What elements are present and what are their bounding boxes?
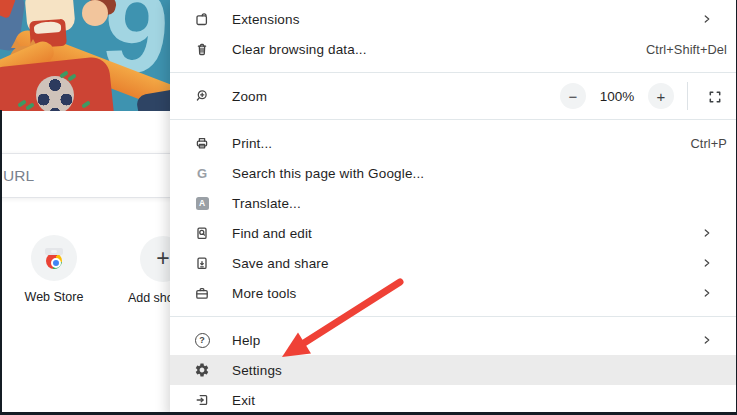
gear-icon bbox=[194, 362, 210, 378]
chevron-right-icon bbox=[699, 11, 715, 27]
fullscreen-button[interactable] bbox=[701, 83, 727, 109]
menu-item-label: Translate... bbox=[232, 196, 301, 211]
browser-screenshot: 9 URL Web Sto bbox=[0, 0, 737, 415]
menu-item-zoom: Zoom − 100% + bbox=[170, 81, 737, 111]
keyboard-shortcut: Ctrl+Shift+Del bbox=[646, 42, 727, 57]
briefcase-icon bbox=[194, 285, 210, 301]
menu-item-search-page-with-google[interactable]: G Search this page with Google... bbox=[170, 158, 737, 188]
printer-icon bbox=[194, 135, 210, 151]
menu-separator bbox=[170, 72, 737, 73]
google-doodle-image[interactable]: 9 bbox=[0, 0, 170, 111]
keyboard-shortcut: Ctrl+P bbox=[690, 136, 727, 151]
menu-separator bbox=[170, 119, 737, 120]
doodle-shape bbox=[82, 0, 108, 26]
chevron-right-icon bbox=[699, 332, 715, 348]
shortcut-label: Web Store bbox=[0, 290, 109, 304]
chevron-right-icon bbox=[699, 225, 715, 241]
menu-item-translate[interactable]: A Translate... bbox=[170, 188, 737, 218]
chevron-right-icon bbox=[699, 255, 715, 271]
soccer-ball-shape bbox=[36, 76, 74, 111]
plus-icon: + bbox=[156, 247, 169, 270]
chrome-web-store-icon bbox=[43, 248, 65, 268]
chevron-right-icon bbox=[699, 285, 715, 301]
menu-item-print[interactable]: Print... Ctrl+P bbox=[170, 128, 737, 158]
zoom-in-button[interactable]: + bbox=[648, 83, 674, 109]
save-share-icon bbox=[194, 255, 210, 271]
find-edit-icon bbox=[194, 225, 210, 241]
trash-icon bbox=[194, 41, 210, 57]
menu-item-label: Find and edit bbox=[232, 226, 312, 241]
zoom-level-value: 100% bbox=[598, 89, 636, 104]
vertical-divider bbox=[687, 82, 688, 110]
magnifier-zoom-icon bbox=[194, 88, 210, 104]
exit-icon bbox=[194, 392, 210, 408]
screen-edge bbox=[0, 110, 2, 415]
web-store-shortcut[interactable]: Web Store bbox=[0, 235, 109, 304]
menu-item-label: Print... bbox=[232, 136, 272, 151]
zoom-out-button[interactable]: − bbox=[560, 83, 586, 109]
help-icon: ? bbox=[194, 332, 210, 348]
menu-item-find-and-edit[interactable]: Find and edit bbox=[170, 218, 737, 248]
menu-item-label: Exit bbox=[232, 393, 255, 408]
google-g-icon: G bbox=[194, 165, 210, 181]
zoom-controls: − 100% + bbox=[560, 82, 727, 110]
menu-item-exit[interactable]: Exit bbox=[170, 385, 737, 415]
translate-icon: A bbox=[194, 195, 210, 211]
menu-item-clear-browsing-data[interactable]: Clear browsing data... Ctrl+Shift+Del bbox=[170, 34, 737, 64]
menu-item-label: Search this page with Google... bbox=[232, 166, 424, 181]
menu-item-label: Zoom bbox=[232, 89, 267, 104]
menu-item-label: Clear browsing data... bbox=[232, 42, 367, 57]
fullscreen-icon bbox=[706, 88, 722, 104]
menu-item-extensions[interactable]: Extensions bbox=[170, 4, 737, 34]
doodle-shape bbox=[34, 21, 62, 34]
extensions-icon bbox=[194, 11, 210, 27]
web-store-tile-circle bbox=[31, 235, 77, 281]
search-placeholder-text: URL bbox=[3, 167, 34, 185]
annotation-arrow bbox=[250, 260, 420, 370]
menu-item-label: Extensions bbox=[232, 12, 300, 27]
